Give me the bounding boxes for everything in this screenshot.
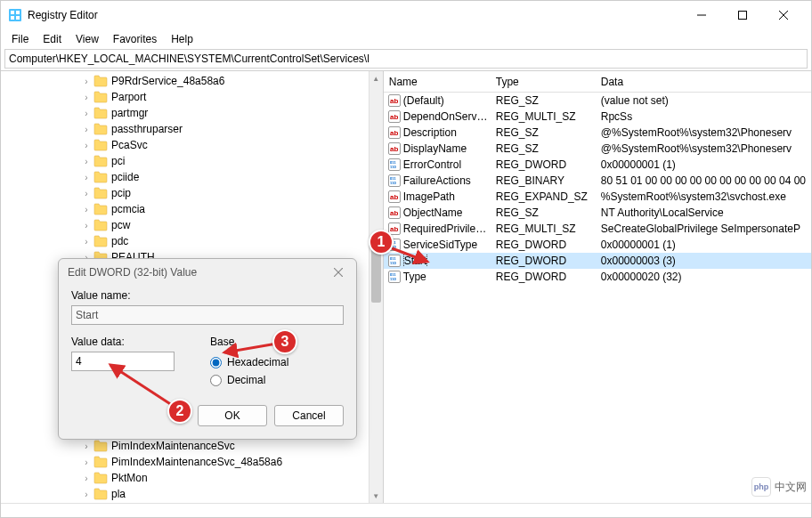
tree-item[interactable]: ›PimIndexMaintenanceSvc [1,438,383,454]
tree-item-label: passthruparser [110,123,184,135]
dialog-close-button[interactable] [329,263,347,281]
col-type[interactable]: Type [491,76,596,88]
tree-item[interactable]: ›PimIndexMaintenanceSvc_48a58a6 [1,454,383,470]
svg-rect-6 [739,12,747,20]
col-data[interactable]: Data [596,76,811,88]
cancel-button[interactable]: Cancel [274,405,344,426]
chevron-right-icon[interactable]: › [81,77,92,86]
tree-item-label: partmgr [110,107,150,119]
radio-dec-input[interactable] [210,375,222,386]
watermark: php 中文网 [751,477,807,497]
tree-item[interactable]: ›pci [1,153,383,169]
value-name: (Default) [402,94,491,107]
chevron-right-icon[interactable]: › [81,189,92,198]
tree-item[interactable]: ›P9RdrService_48a58a6 [1,73,383,89]
tree-item[interactable]: ›pcw [1,217,383,233]
close-button[interactable] [763,1,804,29]
list-row[interactable]: ab DisplayName REG_SZ @%SystemRoot%\syst… [384,141,811,157]
scrollbar-thumb[interactable] [371,249,381,303]
list-row[interactable]: 011110 ServiceSidType REG_DWORD 0x000000… [384,237,811,253]
radio-decimal[interactable]: Decimal [210,371,288,389]
list-row[interactable]: 011110 Start REG_DWORD 0x00000003 (3) [384,253,811,269]
chevron-right-icon[interactable]: › [81,473,92,483]
value-data: NT Authority\LocalService [596,206,811,219]
value-data: 0x00000020 (32) [596,271,811,283]
tree-item[interactable]: ›PktMon [1,470,383,486]
maximize-button[interactable] [722,1,763,29]
tree-item-label: pcip [110,187,133,199]
annotation-badge-3: 3 [272,329,297,354]
binary-value-icon: 011110 [388,174,401,187]
radio-hex-input[interactable] [210,357,222,368]
app-icon [8,8,22,22]
menu-edit[interactable]: Edit [36,31,69,47]
dialog-titlebar[interactable]: Edit DWORD (32-bit) Value [59,259,356,286]
menu-help[interactable]: Help [164,31,200,47]
string-value-icon: ab [388,110,401,123]
tree-item[interactable]: ›pdc [1,233,383,249]
minimize-button[interactable] [681,1,722,29]
chevron-right-icon[interactable]: › [81,157,92,166]
value-type: REG_SZ [491,206,596,219]
list-row[interactable]: 011110 ErrorControl REG_DWORD 0x00000001… [384,157,811,173]
chevron-right-icon[interactable]: › [81,490,92,499]
tree-item[interactable]: ›Parport [1,89,383,105]
value-name-input[interactable] [71,305,344,325]
tree-scrollbar[interactable]: ▲ ▼ [369,71,383,503]
svg-rect-2 [16,11,20,14]
chevron-right-icon[interactable]: › [81,205,92,214]
list-row[interactable]: ab DependOnService REG_MULTI_SZ RpcSs [384,109,811,125]
value-data: %SystemRoot%\system32\svchost.exe [596,190,811,203]
tree-item[interactable]: ›partmgr [1,105,383,121]
statusbar [1,503,811,517]
menu-view[interactable]: View [69,31,106,47]
list-row[interactable]: ab ObjectName REG_SZ NT Authority\LocalS… [384,205,811,221]
tree-item-label: Parport [110,91,148,103]
tree-item[interactable]: ›pcip [1,185,383,201]
tree-item-label: PktMon [110,472,150,484]
tree-item[interactable]: ›PcaSvc [1,137,383,153]
edit-dword-dialog: Edit DWORD (32-bit) Value Value name: Va… [58,258,357,440]
tree-item[interactable]: ›PlugPlay [1,502,383,503]
menu-file[interactable]: File [4,31,36,47]
string-value-icon: ab [388,142,401,155]
list-row[interactable]: 011110 Type REG_DWORD 0x00000020 (32) [384,269,811,285]
value-data: RpcSs [596,110,811,123]
menu-favorites[interactable]: Favorites [106,31,164,47]
tree-item[interactable]: ›pciide [1,169,383,185]
chevron-right-icon[interactable]: › [81,221,92,231]
chevron-right-icon[interactable]: › [81,457,92,467]
chevron-right-icon[interactable]: › [81,237,92,247]
list-row[interactable]: ab ImagePath REG_EXPAND_SZ %SystemRoot%\… [384,189,811,205]
tree-item-label: P9RdrService_48a58a6 [110,75,226,87]
chevron-right-icon[interactable]: › [81,441,92,451]
chevron-right-icon[interactable]: › [81,93,92,102]
tree-item[interactable]: ›passthruparser [1,121,383,137]
list-row[interactable]: ab RequiredPrivileg... REG_MULTI_SZ SeCr… [384,221,811,237]
list-row[interactable]: ab Description REG_SZ @%SystemRoot%\syst… [384,125,811,141]
svg-rect-3 [11,16,14,20]
address-bar[interactable]: Computer\HKEY_LOCAL_MACHINE\SYSTEM\Curre… [4,49,808,69]
tree-item[interactable]: ›pcmcia [1,201,383,217]
value-data: SeCreateGlobalPrivilege SeImpersonateP [596,223,811,235]
col-name[interactable]: Name [384,76,491,88]
chevron-right-icon[interactable]: › [81,173,92,182]
list-row[interactable]: 011110 FailureActions REG_BINARY 80 51 0… [384,173,811,189]
value-type: REG_SZ [491,142,596,155]
svg-rect-1 [11,11,14,14]
chevron-right-icon[interactable]: › [81,141,92,150]
ok-button[interactable]: OK [198,405,267,426]
value-name-label: Value name: [71,289,344,302]
chevron-right-icon[interactable]: › [81,125,92,134]
list-row[interactable]: ab (Default) REG_SZ (value not set) [384,93,811,109]
value-type: REG_DWORD [491,239,596,251]
menubar: File Edit View Favorites Help [1,29,811,49]
tree-item[interactable]: ›pla [1,486,383,502]
tree-item-label: PimIndexMaintenanceSvc_48a58a6 [110,456,284,468]
watermark-logo-icon: php [751,477,771,497]
chevron-right-icon[interactable]: › [81,109,92,118]
value-name: Description [402,126,491,139]
tree-item-label: pla [110,488,127,500]
list-header: Name Type Data [384,71,811,93]
tree-item-label: pciide [110,171,141,183]
